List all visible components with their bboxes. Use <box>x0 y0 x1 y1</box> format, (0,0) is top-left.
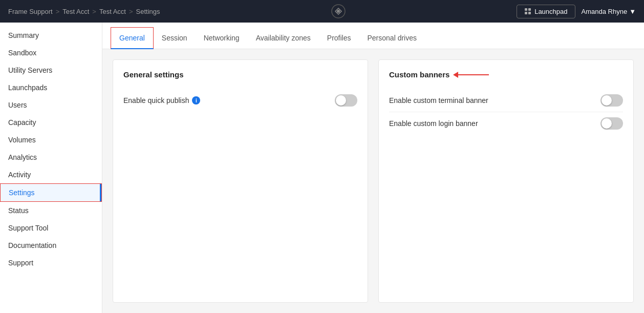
arrow-head <box>453 72 458 78</box>
login-banner-label: Enable custom login banner <box>389 119 478 128</box>
custom-banners-panel: Custom banners Enable custom terminal ba… <box>378 59 634 303</box>
login-banner-row: Enable custom login banner <box>389 112 623 135</box>
launchpad-label: Launchpad <box>534 8 567 15</box>
chevron-down-icon: ▼ <box>629 8 636 15</box>
sidebar-item-documentation[interactable]: Documentation <box>0 237 102 254</box>
sidebar-item-capacity[interactable]: Capacity <box>0 114 102 131</box>
quick-publish-row: Enable quick publish i <box>123 89 357 112</box>
app-logo <box>331 4 346 18</box>
tab-general[interactable]: General <box>111 27 154 49</box>
breadcrumb-sep-2: > <box>92 8 96 15</box>
sidebar-label-status: Status <box>8 206 29 215</box>
info-icon[interactable]: i <box>192 96 200 105</box>
sidebar-item-sandbox[interactable]: Sandbox <box>0 44 102 61</box>
launchpad-icon <box>524 8 531 15</box>
toggle-thumb <box>336 95 346 106</box>
tab-personal-drives[interactable]: Personal drives <box>359 28 425 49</box>
svg-rect-2 <box>525 8 527 11</box>
sidebar-item-settings[interactable]: Settings <box>0 183 102 202</box>
sidebar-item-summary[interactable]: Summary <box>0 27 102 44</box>
sidebar-item-status[interactable]: Status <box>0 202 102 219</box>
tab-bar: General Session Networking Availability … <box>102 23 644 49</box>
sidebar-label-users: Users <box>8 101 27 109</box>
top-nav-right: Launchpad Amanda Rhyne ▼ <box>517 5 636 18</box>
sidebar-label-utility-servers: Utility Servers <box>8 66 52 74</box>
sidebar-label-volumes: Volumes <box>8 136 36 144</box>
sidebar-label-documentation: Documentation <box>8 241 56 249</box>
arrow-line <box>458 74 489 75</box>
login-banner-toggle[interactable] <box>600 117 623 130</box>
user-name: Amanda Rhyne <box>582 8 628 15</box>
tab-availability-zones[interactable]: Availability zones <box>248 28 319 49</box>
breadcrumb-frame-support[interactable]: Frame Support <box>8 8 53 15</box>
content-area: General settings Enable quick publish i … <box>102 49 644 313</box>
sidebar-item-support[interactable]: Support <box>0 254 102 272</box>
sidebar-item-users[interactable]: Users <box>0 96 102 114</box>
sidebar-item-analytics[interactable]: Analytics <box>0 149 102 166</box>
sidebar-label-summary: Summary <box>8 31 39 39</box>
sidebar-label-activity: Activity <box>8 171 31 179</box>
sidebar-item-launchpads[interactable]: Launchpads <box>0 79 102 96</box>
general-settings-title: General settings <box>123 70 357 79</box>
toggle-thumb-terminal <box>602 95 612 106</box>
sidebar-label-launchpads: Launchpads <box>8 84 47 92</box>
sidebar-item-support-tool[interactable]: Support Tool <box>0 219 102 237</box>
arrow-annotation <box>454 72 489 78</box>
tab-networking[interactable]: Networking <box>196 28 248 49</box>
svg-point-1 <box>337 10 340 13</box>
sidebar-label-analytics: Analytics <box>8 153 37 161</box>
general-settings-panel: General settings Enable quick publish i <box>113 59 368 303</box>
toggle-thumb-login <box>602 118 612 129</box>
main-layout: Summary Sandbox Utility Servers Launchpa… <box>0 23 644 313</box>
breadcrumb-sep-3: > <box>129 8 133 15</box>
sidebar-label-settings: Settings <box>9 189 35 197</box>
main-content: General Session Networking Availability … <box>102 23 644 313</box>
sidebar-item-volumes[interactable]: Volumes <box>0 131 102 149</box>
breadcrumb-settings: Settings <box>136 8 160 15</box>
breadcrumb-test-acct-1[interactable]: Test Acct <box>62 8 89 15</box>
sidebar-label-sandbox: Sandbox <box>8 49 36 57</box>
sidebar-item-utility-servers[interactable]: Utility Servers <box>0 61 102 79</box>
sidebar-label-support: Support <box>8 259 33 267</box>
breadcrumb-test-acct-2[interactable]: Test Acct <box>99 8 126 15</box>
breadcrumb-sep-1: > <box>56 8 60 15</box>
svg-rect-4 <box>525 12 527 14</box>
svg-rect-3 <box>528 8 531 11</box>
terminal-banner-row: Enable custom terminal banner <box>389 89 623 112</box>
top-navigation: Frame Support > Test Acct > Test Acct > … <box>0 0 644 23</box>
sidebar-item-activity[interactable]: Activity <box>0 166 102 183</box>
breadcrumb: Frame Support > Test Acct > Test Acct > … <box>8 8 160 15</box>
terminal-banner-label: Enable custom terminal banner <box>389 96 488 105</box>
sidebar-label-support-tool: Support Tool <box>8 224 48 232</box>
tab-session[interactable]: Session <box>154 28 196 49</box>
terminal-banner-toggle[interactable] <box>600 94 623 107</box>
quick-publish-label: Enable quick publish i <box>123 96 200 105</box>
user-menu[interactable]: Amanda Rhyne ▼ <box>582 8 636 15</box>
sidebar-label-capacity: Capacity <box>8 118 36 127</box>
custom-banners-title: Custom banners <box>389 70 449 79</box>
sidebar: Summary Sandbox Utility Servers Launchpa… <box>0 23 102 313</box>
svg-rect-5 <box>528 12 531 14</box>
tab-profiles[interactable]: Profiles <box>319 28 359 49</box>
launchpad-button[interactable]: Launchpad <box>517 5 575 18</box>
custom-banners-header: Custom banners <box>389 70 623 79</box>
quick-publish-toggle[interactable] <box>335 94 357 107</box>
